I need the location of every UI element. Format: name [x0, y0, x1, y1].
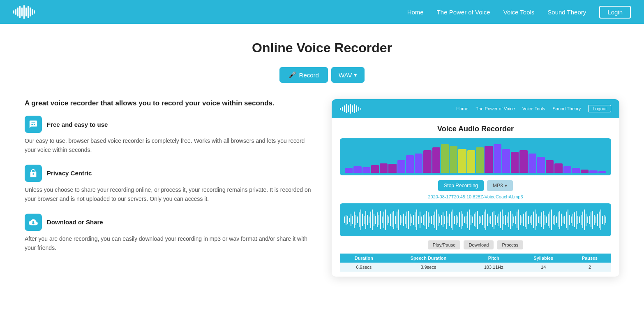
widget-logo: [340, 103, 361, 114]
logout-button[interactable]: Logout: [588, 105, 611, 112]
svg-rect-58: [439, 217, 440, 223]
widget-preview: Home The Power of Voice Voice Tools Soun…: [332, 99, 619, 277]
content-columns: A great voice recorder that allows you t…: [25, 99, 619, 277]
svg-rect-83: [480, 217, 481, 223]
svg-rect-131: [559, 211, 560, 229]
svg-rect-55: [434, 212, 435, 228]
widget-nav-voice-tools[interactable]: Voice Tools: [522, 106, 545, 111]
svg-rect-34: [400, 215, 401, 225]
val-duration: 6.9secs: [340, 263, 388, 272]
widget-header: Home The Power of Voice Voice Tools Soun…: [332, 99, 619, 118]
val-pauses: 2: [568, 263, 611, 272]
download-button[interactable]: Download: [464, 240, 494, 249]
svg-rect-86: [485, 210, 486, 230]
chevron-down-icon: ▾: [354, 71, 357, 79]
svg-rect-78: [472, 217, 473, 223]
mp3-format-button[interactable]: MP3 ▾: [487, 180, 513, 191]
stats-header-row: Duration Speech Duration Pitch Syllables…: [340, 254, 611, 263]
svg-rect-9: [359, 212, 360, 227]
download-feature-icon: [25, 214, 42, 231]
svg-rect-69: [457, 217, 458, 223]
svg-rect-158: [604, 215, 605, 225]
free-icon: [25, 116, 42, 133]
svg-rect-103: [513, 217, 514, 223]
svg-rect-125: [549, 212, 550, 228]
widget-nav: Home The Power of Voice Voice Tools Soun…: [456, 105, 611, 112]
svg-rect-64: [449, 214, 450, 226]
nav-home[interactable]: Home: [407, 9, 424, 16]
svg-rect-65: [451, 212, 452, 228]
svg-rect-22: [380, 211, 381, 229]
svg-rect-81: [477, 211, 478, 229]
stats-table-body: 6.9secs 3.9secs 103.11Hz 14 2: [340, 263, 611, 272]
nav-voice-tools[interactable]: Voice Tools: [503, 9, 535, 16]
svg-rect-107: [520, 215, 521, 225]
svg-rect-126: [551, 210, 552, 230]
svg-rect-17: [372, 210, 373, 230]
svg-rect-73: [464, 217, 465, 223]
process-button[interactable]: Process: [497, 240, 523, 249]
svg-rect-42: [413, 215, 414, 225]
svg-rect-70: [459, 212, 460, 227]
svg-rect-0: [344, 217, 345, 223]
svg-rect-89: [490, 216, 491, 224]
svg-rect-19: [375, 216, 376, 224]
svg-rect-11: [362, 214, 363, 226]
svg-rect-110: [525, 212, 526, 227]
svg-rect-116: [535, 210, 536, 230]
svg-rect-33: [398, 210, 399, 230]
svg-rect-2: [347, 216, 348, 224]
col-speech-duration: Speech Duration: [388, 254, 469, 263]
svg-rect-152: [594, 215, 595, 225]
widget-nav-power-of-voice[interactable]: The Power of Voice: [476, 106, 515, 111]
logo-waveform: [13, 5, 35, 19]
stats-table: Duration Speech Duration Pitch Syllables…: [340, 254, 611, 272]
login-button[interactable]: Login: [599, 6, 631, 19]
svg-rect-148: [587, 217, 588, 223]
svg-rect-112: [528, 216, 529, 224]
col-duration: Duration: [340, 254, 388, 263]
svg-rect-82: [479, 216, 480, 224]
svg-rect-114: [531, 215, 532, 225]
feature-free: Free and easy to use Our easy to use, br…: [25, 116, 315, 155]
svg-rect-145: [582, 212, 583, 228]
logo: [13, 5, 35, 19]
widget-nav-sound-theory[interactable]: Sound Theory: [552, 106, 581, 111]
col-pitch: Pitch: [469, 254, 518, 263]
nav-sound-theory[interactable]: Sound Theory: [547, 9, 586, 16]
svg-rect-130: [558, 212, 559, 227]
feature-privacy-desc: Unless you choose to share your recordin…: [25, 185, 315, 204]
feature-free-title: Free and easy to use: [47, 121, 108, 128]
svg-rect-13: [365, 211, 366, 229]
playback-controls: Play/Pause Download Process: [340, 240, 611, 249]
recording-filename[interactable]: 2020-08-17T20:45:10.828Z-VoiceCoachAI.mp…: [340, 194, 611, 199]
widget-nav-home[interactable]: Home: [456, 106, 468, 111]
svg-rect-67: [454, 216, 455, 224]
svg-rect-113: [530, 217, 531, 223]
record-button[interactable]: 🎤 Record: [279, 67, 328, 83]
svg-rect-27: [388, 217, 389, 223]
wav-format-button[interactable]: WAV ▾: [331, 67, 365, 83]
svg-rect-99: [507, 217, 508, 223]
val-syllables: 14: [518, 263, 568, 272]
svg-rect-56: [436, 210, 437, 230]
nav-power-of-voice[interactable]: The Power of Voice: [437, 9, 490, 16]
svg-rect-61: [444, 216, 445, 224]
svg-rect-41: [411, 217, 412, 223]
svg-rect-94: [499, 214, 499, 226]
col-pauses: Pauses: [568, 254, 611, 263]
svg-rect-102: [512, 214, 512, 226]
svg-rect-20: [377, 212, 378, 227]
play-pause-button[interactable]: Play/Pause: [428, 240, 461, 249]
record-label: Record: [299, 72, 319, 79]
svg-rect-7: [355, 215, 356, 225]
svg-rect-127: [553, 216, 554, 224]
stats-table-header: Duration Speech Duration Pitch Syllables…: [340, 254, 611, 263]
svg-rect-117: [536, 214, 537, 226]
playback-waveform-svg: [344, 207, 607, 232]
svg-rect-85: [484, 212, 485, 228]
stop-recording-button[interactable]: Stop Recording: [438, 180, 484, 191]
feature-privacy: Privacy Centric Unless you choose to sha…: [25, 165, 315, 204]
svg-rect-3: [349, 218, 350, 222]
svg-rect-109: [523, 214, 524, 226]
